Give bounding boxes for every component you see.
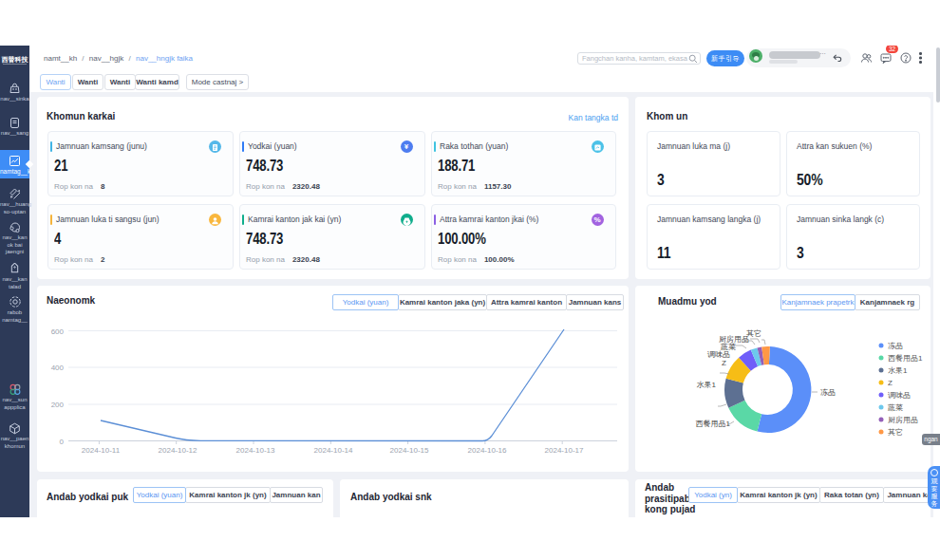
svg-text:西餐用品1: 西餐用品1 bbox=[888, 354, 923, 363]
svg-text:Z: Z bbox=[722, 359, 726, 367]
svg-text:2024-10-12: 2024-10-12 bbox=[159, 446, 197, 455]
svg-text:2024-10-11: 2024-10-11 bbox=[82, 446, 121, 455]
svg-text:冻品: 冻品 bbox=[820, 388, 836, 397]
svg-text:西餐用品1: 西餐用品1 bbox=[696, 420, 731, 428]
svg-text:蔬菜: 蔬菜 bbox=[888, 403, 903, 412]
svg-text:Z: Z bbox=[888, 379, 893, 387]
svg-text:2024-10-16: 2024-10-16 bbox=[468, 446, 507, 455]
svg-text:其它: 其它 bbox=[888, 428, 903, 437]
svg-text:2024-10-15: 2024-10-15 bbox=[390, 446, 429, 455]
svg-text:调味品: 调味品 bbox=[707, 350, 730, 359]
svg-text:水果1: 水果1 bbox=[697, 381, 717, 389]
svg-text:调味品: 调味品 bbox=[888, 391, 911, 400]
svg-text:400: 400 bbox=[51, 364, 65, 372]
svg-text:冻品: 冻品 bbox=[888, 342, 903, 350]
svg-text:2024-10-17: 2024-10-17 bbox=[545, 446, 584, 455]
svg-text:2024-10-14: 2024-10-14 bbox=[314, 446, 353, 455]
svg-text:200: 200 bbox=[51, 401, 65, 409]
svg-text:水果1: 水果1 bbox=[888, 366, 908, 375]
svg-text:2024-10-13: 2024-10-13 bbox=[236, 446, 275, 455]
svg-text:0: 0 bbox=[60, 438, 65, 446]
svg-text:600: 600 bbox=[51, 327, 65, 336]
svg-text:厨房用品: 厨房用品 bbox=[888, 416, 918, 424]
